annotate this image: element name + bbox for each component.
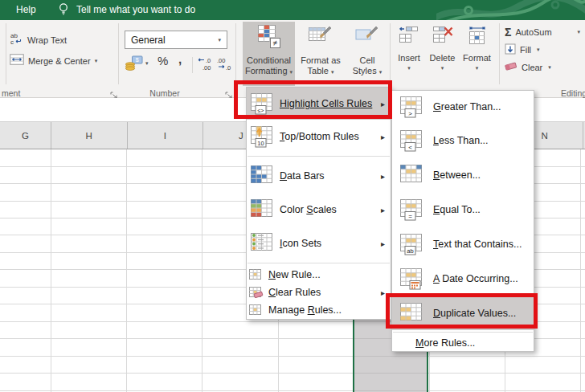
increase-decimal-button[interactable]: .0 .00: [197, 56, 214, 71]
greater-than-icon: >: [392, 96, 431, 118]
svg-text:.0: .0: [226, 64, 231, 71]
cf-menu-item-clear-rules[interactable]: Clear Rules▸: [247, 284, 391, 301]
wrap-text-icon: ab c: [10, 31, 23, 48]
svg-text:.00: .00: [202, 64, 211, 71]
menu-item-label: Clear Rules: [268, 287, 321, 298]
between-icon: [392, 164, 431, 186]
chevron-down-icon: ▾: [331, 69, 334, 75]
chevron-down-icon: ▾: [577, 29, 580, 35]
group-label-editing: Editing: [561, 88, 585, 98]
new-rule-icon: [247, 269, 266, 281]
format-label: Format: [463, 53, 491, 63]
percent-symbol: %: [158, 54, 168, 67]
menu-separator: [393, 332, 533, 333]
delete-label: Delete: [430, 53, 456, 63]
titlebar-decoration: [436, 0, 585, 20]
autosum-button[interactable]: Σ AutoSum ▾: [505, 26, 580, 39]
chevron-down-icon: ▾: [476, 65, 479, 71]
menu-item-label: A Date Occurring...: [433, 273, 518, 284]
decrease-decimal-button[interactable]: .00 .0: [215, 56, 232, 71]
eraser-icon: [505, 61, 518, 73]
svg-text:.00: .00: [217, 57, 225, 64]
hc-submenu-item-text-that-contains[interactable]: abText that Contains...: [392, 227, 534, 261]
insert-label: Insert: [398, 53, 420, 63]
column-header-I[interactable]: I: [128, 122, 204, 149]
comma-symbol: ,: [178, 52, 182, 66]
cell-styles-label: Cell: [360, 55, 375, 65]
ribbon-separator: [499, 23, 500, 84]
conditional-formatting-label: Conditional: [247, 55, 291, 65]
chevron-down-icon: ▾: [145, 60, 149, 67]
format-cells-button[interactable]: Format ▾: [459, 22, 495, 86]
top-bottom-icon: 10: [247, 125, 277, 148]
manage-rules-icon: [247, 304, 266, 316]
conditional-formatting-button[interactable]: ≠ Conditional Formatting ▾: [243, 22, 295, 86]
hc-submenu-item-between[interactable]: Between...: [392, 157, 534, 192]
color-scales-icon: [247, 198, 277, 221]
merge-center-icon: [10, 54, 24, 68]
ribbon-separator: [390, 23, 391, 84]
menu-item-label: Data Bars: [280, 170, 325, 182]
column-header-G[interactable]: G: [0, 122, 51, 149]
clear-button[interactable]: Clear ▾: [505, 61, 580, 73]
fill-button[interactable]: Fill ▾: [505, 43, 580, 56]
svg-text:>: >: [408, 110, 412, 117]
increase-decimal-icon: .0 .00: [197, 56, 214, 71]
number-format-combobox[interactable]: General ▾: [125, 31, 227, 49]
wrap-text-button[interactable]: ab c Wrap Text: [10, 31, 67, 48]
svg-text:ab: ab: [407, 247, 413, 254]
insert-cells-button[interactable]: Insert ▾: [393, 22, 425, 86]
cf-menu-item-data-bars[interactable]: Data Bars▸: [247, 159, 391, 193]
comma-style-button[interactable]: ,: [178, 52, 182, 66]
cf-menu-item-new-rule[interactable]: New Rule...: [247, 266, 391, 284]
svg-text:≠: ≠: [272, 39, 277, 47]
fill-down-icon: [505, 43, 516, 56]
delete-cells-button[interactable]: Delete ▾: [426, 22, 459, 86]
format-as-table-button[interactable]: Format as Table ▾: [297, 22, 345, 86]
chevron-down-icon: ▾: [441, 65, 444, 71]
hc-submenu-item-equal-to[interactable]: =Equal To...: [392, 192, 534, 227]
sigma-icon: Σ: [505, 26, 511, 39]
cf-menu-item-color-scales[interactable]: Color Scales▸: [247, 193, 391, 227]
number-format-value: General: [131, 35, 166, 46]
column-header-H[interactable]: H: [51, 122, 128, 149]
hc-submenu-item-a-date-occurring[interactable]: A Date Occurring...: [392, 261, 534, 296]
ribbon-separator: [235, 23, 236, 84]
hc-submenu-item-less-than[interactable]: <Less Than...: [392, 123, 534, 157]
tell-me-search[interactable]: Tell me what you want to do: [76, 4, 195, 15]
annotation-box-duplicate-values: [386, 293, 538, 329]
submenu-arrow-icon: ▸: [381, 239, 385, 248]
chevron-down-icon: ▾: [95, 58, 98, 64]
cf-menu-item-manage-rules[interactable]: Manage Rules...: [247, 301, 391, 319]
submenu-arrow-icon: ▸: [381, 172, 385, 181]
menu-item-label: Less Than...: [433, 135, 489, 146]
chevron-down-icon: ▾: [407, 65, 411, 71]
clear-label: Clear: [522, 63, 542, 72]
cell-styles-icon: [354, 24, 380, 53]
cf-menu-item-icon-sets[interactable]: Icon Sets▸: [247, 227, 391, 260]
ribbon-separator: [192, 57, 193, 73]
fill-label: Fill: [520, 45, 531, 55]
percent-style-button[interactable]: %: [158, 54, 168, 67]
merge-center-label: Merge & Center: [28, 56, 91, 66]
menu-item-label: Top/Bottom Rules: [280, 131, 359, 142]
menu-item-label: Greater Than...: [433, 101, 501, 112]
gridline: [126, 149, 127, 392]
data-bars-icon: [247, 165, 277, 187]
menu-item-label: Between...: [433, 169, 481, 181]
svg-text:<: <: [408, 143, 412, 150]
merge-center-button[interactable]: Merge & Center ▾: [10, 54, 97, 68]
accounting-format-button[interactable]: $ ▾: [125, 55, 149, 71]
insert-cells-icon: [399, 26, 419, 50]
chevron-down-icon: ▾: [537, 47, 540, 53]
text-contains-icon: ab: [392, 233, 431, 255]
cell-styles-button[interactable]: Cell Styles ▾: [346, 22, 389, 86]
hc-submenu-item-more-rules[interactable]: More Rules...: [392, 334, 534, 352]
submenu-arrow-icon: ▸: [381, 206, 385, 214]
svg-text:.0: .0: [206, 57, 211, 64]
hc-submenu-item-greater-than[interactable]: >Greater Than...: [392, 91, 534, 123]
tab-help[interactable]: Help: [16, 4, 36, 15]
cf-menu-item-top-bottom-rules[interactable]: 10Top/Bottom Rules▸: [247, 120, 391, 153]
svg-text:=: =: [408, 212, 412, 219]
ribbon-separator: [118, 23, 119, 84]
